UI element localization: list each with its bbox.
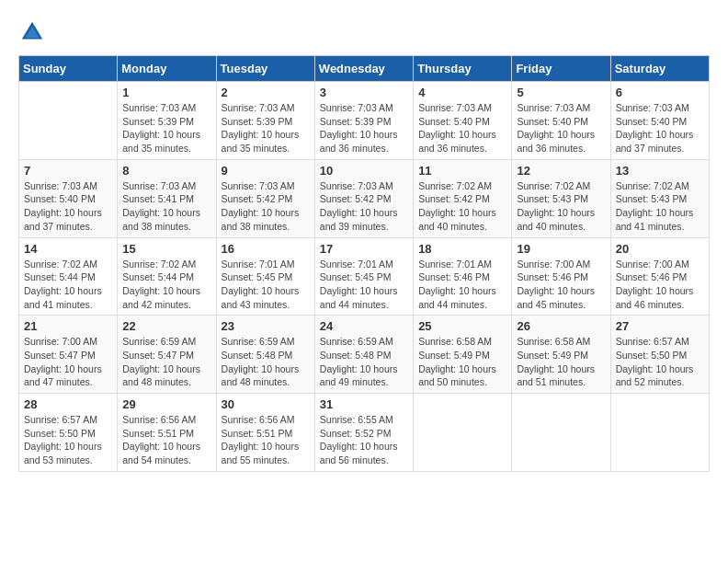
day-info: Sunrise: 6:56 AM Sunset: 5:51 PM Dayligh… — [222, 413, 310, 467]
day-info: Sunrise: 6:57 AM Sunset: 5:50 PM Dayligh… — [616, 335, 704, 389]
day-cell: 15Sunrise: 7:02 AM Sunset: 5:44 PM Dayli… — [118, 237, 216, 316]
day-number: 1 — [122, 86, 210, 99]
day-info: Sunrise: 7:03 AM Sunset: 5:40 PM Dayligh… — [616, 101, 704, 155]
day-info: Sunrise: 6:59 AM Sunset: 5:48 PM Dayligh… — [320, 335, 408, 389]
logo — [18, 18, 50, 46]
day-number: 11 — [418, 164, 506, 178]
day-info: Sunrise: 6:56 AM Sunset: 5:51 PM Dayligh… — [122, 413, 210, 467]
day-number: 15 — [122, 242, 210, 256]
day-number: 21 — [24, 319, 112, 333]
day-number: 9 — [222, 164, 310, 178]
day-info: Sunrise: 6:58 AM Sunset: 5:49 PM Dayligh… — [418, 335, 506, 389]
day-number: 28 — [24, 397, 112, 411]
day-info: Sunrise: 7:03 AM Sunset: 5:40 PM Dayligh… — [418, 101, 506, 155]
day-cell: 6Sunrise: 7:03 AM Sunset: 5:40 PM Daylig… — [610, 82, 709, 160]
day-number: 6 — [616, 86, 704, 99]
day-info: Sunrise: 6:57 AM Sunset: 5:50 PM Dayligh… — [24, 413, 112, 467]
day-number: 20 — [616, 242, 704, 256]
day-cell: 9Sunrise: 7:03 AM Sunset: 5:42 PM Daylig… — [216, 159, 314, 237]
day-cell: 24Sunrise: 6:59 AM Sunset: 5:48 PM Dayli… — [314, 316, 413, 394]
day-number: 13 — [616, 164, 704, 178]
day-cell: 29Sunrise: 6:56 AM Sunset: 5:51 PM Dayli… — [118, 394, 216, 472]
day-number: 8 — [122, 164, 210, 178]
day-info: Sunrise: 7:02 AM Sunset: 5:43 PM Dayligh… — [616, 179, 704, 234]
day-info: Sunrise: 7:00 AM Sunset: 5:47 PM Dayligh… — [24, 335, 112, 389]
day-number: 19 — [517, 242, 605, 256]
col-header-wednesday: Wednesday — [314, 56, 413, 82]
day-cell: 1Sunrise: 7:03 AM Sunset: 5:39 PM Daylig… — [118, 82, 216, 160]
day-number: 31 — [320, 397, 408, 411]
day-info: Sunrise: 6:58 AM Sunset: 5:49 PM Dayligh… — [517, 335, 605, 389]
day-cell: 23Sunrise: 6:59 AM Sunset: 5:48 PM Dayli… — [216, 316, 314, 394]
day-number: 29 — [122, 397, 210, 411]
day-cell: 22Sunrise: 6:59 AM Sunset: 5:47 PM Dayli… — [118, 316, 216, 394]
day-info: Sunrise: 7:02 AM Sunset: 5:43 PM Dayligh… — [517, 179, 605, 234]
week-row-4: 21Sunrise: 7:00 AM Sunset: 5:47 PM Dayli… — [19, 316, 710, 394]
col-header-thursday: Thursday — [414, 56, 512, 82]
day-cell: 31Sunrise: 6:55 AM Sunset: 5:52 PM Dayli… — [314, 394, 413, 472]
day-info: Sunrise: 6:55 AM Sunset: 5:52 PM Dayligh… — [320, 413, 408, 467]
day-cell: 4Sunrise: 7:03 AM Sunset: 5:40 PM Daylig… — [414, 82, 512, 160]
day-cell: 28Sunrise: 6:57 AM Sunset: 5:50 PM Dayli… — [19, 394, 118, 472]
day-cell: 19Sunrise: 7:00 AM Sunset: 5:46 PM Dayli… — [512, 237, 610, 316]
day-info: Sunrise: 7:00 AM Sunset: 5:46 PM Dayligh… — [616, 258, 704, 312]
day-number: 22 — [122, 319, 210, 333]
day-cell: 2Sunrise: 7:03 AM Sunset: 5:39 PM Daylig… — [216, 82, 314, 160]
day-info: Sunrise: 7:03 AM Sunset: 5:40 PM Dayligh… — [517, 101, 605, 155]
day-cell: 25Sunrise: 6:58 AM Sunset: 5:49 PM Dayli… — [414, 316, 512, 394]
col-header-sunday: Sunday — [19, 56, 118, 82]
day-info: Sunrise: 7:03 AM Sunset: 5:40 PM Dayligh… — [24, 179, 112, 234]
day-number: 24 — [320, 319, 408, 333]
day-number: 4 — [418, 86, 506, 99]
day-info: Sunrise: 7:02 AM Sunset: 5:44 PM Dayligh… — [24, 258, 112, 312]
day-cell: 16Sunrise: 7:01 AM Sunset: 5:45 PM Dayli… — [216, 237, 314, 316]
day-cell — [610, 394, 709, 472]
day-cell: 5Sunrise: 7:03 AM Sunset: 5:40 PM Daylig… — [512, 82, 610, 160]
day-info: Sunrise: 7:03 AM Sunset: 5:42 PM Dayligh… — [320, 179, 408, 234]
day-number: 23 — [222, 319, 310, 333]
day-cell: 20Sunrise: 7:00 AM Sunset: 5:46 PM Dayli… — [610, 237, 709, 316]
col-header-saturday: Saturday — [610, 56, 709, 82]
page-header — [18, 18, 710, 46]
col-header-friday: Friday — [512, 56, 610, 82]
day-number: 5 — [517, 86, 605, 99]
day-number: 14 — [24, 242, 112, 256]
day-number: 18 — [418, 242, 506, 256]
day-cell — [512, 394, 610, 472]
day-cell: 10Sunrise: 7:03 AM Sunset: 5:42 PM Dayli… — [314, 159, 413, 237]
day-number: 26 — [517, 319, 605, 333]
day-info: Sunrise: 7:01 AM Sunset: 5:45 PM Dayligh… — [320, 258, 408, 312]
day-info: Sunrise: 6:59 AM Sunset: 5:47 PM Dayligh… — [122, 335, 210, 389]
week-row-3: 14Sunrise: 7:02 AM Sunset: 5:44 PM Dayli… — [19, 237, 710, 316]
week-row-5: 28Sunrise: 6:57 AM Sunset: 5:50 PM Dayli… — [19, 394, 710, 472]
day-number: 3 — [320, 86, 408, 99]
day-cell: 3Sunrise: 7:03 AM Sunset: 5:39 PM Daylig… — [314, 82, 413, 160]
day-info: Sunrise: 7:03 AM Sunset: 5:39 PM Dayligh… — [122, 101, 210, 155]
day-cell: 13Sunrise: 7:02 AM Sunset: 5:43 PM Dayli… — [610, 159, 709, 237]
day-number: 16 — [222, 242, 310, 256]
day-cell: 26Sunrise: 6:58 AM Sunset: 5:49 PM Dayli… — [512, 316, 610, 394]
day-number: 10 — [320, 164, 408, 178]
calendar-table: SundayMondayTuesdayWednesdayThursdayFrid… — [18, 55, 710, 472]
day-number: 30 — [222, 397, 310, 411]
day-info: Sunrise: 7:01 AM Sunset: 5:45 PM Dayligh… — [222, 258, 310, 312]
week-row-2: 7Sunrise: 7:03 AM Sunset: 5:40 PM Daylig… — [19, 159, 710, 237]
day-info: Sunrise: 7:03 AM Sunset: 5:42 PM Dayligh… — [222, 179, 310, 234]
logo-icon — [18, 18, 46, 46]
day-cell — [414, 394, 512, 472]
day-cell: 21Sunrise: 7:00 AM Sunset: 5:47 PM Dayli… — [19, 316, 118, 394]
day-number: 7 — [24, 164, 112, 178]
day-cell: 14Sunrise: 7:02 AM Sunset: 5:44 PM Dayli… — [19, 237, 118, 316]
day-number: 2 — [222, 86, 310, 99]
col-header-monday: Monday — [118, 56, 216, 82]
day-cell: 11Sunrise: 7:02 AM Sunset: 5:42 PM Dayli… — [414, 159, 512, 237]
week-row-1: 1Sunrise: 7:03 AM Sunset: 5:39 PM Daylig… — [19, 82, 710, 160]
day-cell: 30Sunrise: 6:56 AM Sunset: 5:51 PM Dayli… — [216, 394, 314, 472]
day-info: Sunrise: 7:03 AM Sunset: 5:39 PM Dayligh… — [222, 101, 310, 155]
day-info: Sunrise: 7:02 AM Sunset: 5:42 PM Dayligh… — [418, 179, 506, 234]
day-cell — [19, 82, 118, 160]
day-info: Sunrise: 7:01 AM Sunset: 5:46 PM Dayligh… — [418, 258, 506, 312]
day-number: 27 — [616, 319, 704, 333]
day-info: Sunrise: 7:03 AM Sunset: 5:41 PM Dayligh… — [122, 179, 210, 234]
day-cell: 12Sunrise: 7:02 AM Sunset: 5:43 PM Dayli… — [512, 159, 610, 237]
